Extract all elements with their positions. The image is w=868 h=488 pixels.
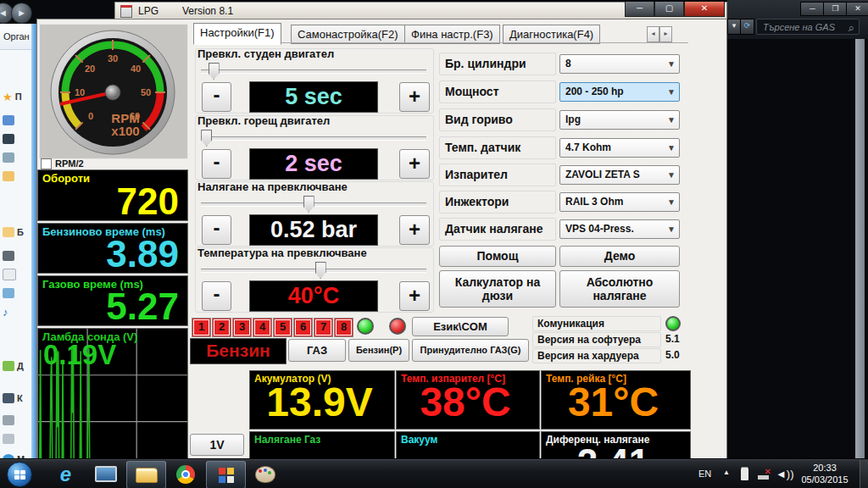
tab-fine-tune[interactable]: Фина настр.(F3) <box>404 25 500 44</box>
taskbar-paint[interactable] <box>246 461 284 487</box>
sidebar-item-folder[interactable] <box>3 169 14 183</box>
taskbar-explorer[interactable] <box>126 461 166 488</box>
explorer-restore-button[interactable]: ❐ <box>823 2 848 16</box>
chevron-down-icon: ▼ <box>667 139 676 157</box>
sidebar-item-music[interactable]: ♪ <box>3 305 8 319</box>
sidebar-item-disk-d[interactable] <box>3 432 14 446</box>
language-indicator[interactable]: EN <box>698 469 711 479</box>
tab-settings[interactable]: Настройки(F1) <box>193 23 281 45</box>
explorer-toolbar: Орган <box>0 24 31 50</box>
network-icon[interactable]: ✕ <box>758 469 769 480</box>
sw-version-label: Версия на софтуера <box>532 332 661 347</box>
svg-text:0: 0 <box>88 111 93 121</box>
sidebar-item-disk-c[interactable] <box>3 413 14 427</box>
sidebar-item-videos[interactable] <box>3 249 14 263</box>
taskbar-ie[interactable]: e <box>47 461 85 487</box>
sidebar-item-documents[interactable] <box>3 268 16 281</box>
libraries-icon <box>3 227 14 237</box>
fuel-type-combo[interactable]: lpg▼ <box>559 110 680 130</box>
temp-sensor-combo[interactable]: 4.7 Kohm▼ <box>559 138 680 158</box>
chevron-down-icon: ▼ <box>667 55 676 73</box>
taskbar: e EN ▲ ✕ ◄)) 20:33 05/03/2015 <box>0 458 868 488</box>
minus-button[interactable]: - <box>202 82 231 112</box>
pressure-sensor-combo[interactable]: VPS 04-Press.▼ <box>559 219 680 239</box>
gas-button[interactable]: ГАЗ <box>288 339 346 362</box>
slider-track[interactable] <box>201 69 426 74</box>
sidebar-item-desktop[interactable] <box>3 132 14 146</box>
window-title: LPG <box>138 5 159 17</box>
taskbar-display-settings[interactable] <box>86 461 125 487</box>
explorer-scrollbar[interactable] <box>855 39 865 458</box>
rpm2-label: RPM/2 <box>55 158 84 169</box>
plus-button[interactable]: + <box>399 215 430 245</box>
plus-button[interactable]: + <box>399 281 430 311</box>
taskbar-lpg-app[interactable] <box>206 461 246 488</box>
slider-thumb[interactable] <box>209 63 220 80</box>
tab-diagnostics[interactable]: Диагностика(F4) <box>503 25 600 44</box>
tab-autotune[interactable]: Самонастройка(F2) <box>291 25 405 44</box>
address-dropdown-button[interactable]: ▾ <box>727 19 741 35</box>
injector-indicator-6: 6 <box>293 318 313 337</box>
sw-version-value: 5.1 <box>665 333 680 345</box>
rpm2-checkbox[interactable] <box>41 158 52 169</box>
maximize-button[interactable]: ▢ <box>654 2 684 17</box>
injector-indicator-2: 2 <box>212 318 231 337</box>
help-button[interactable]: Помощ <box>439 246 556 267</box>
taskbar-chrome[interactable] <box>166 461 204 487</box>
demo-button[interactable]: Демо <box>559 246 680 267</box>
minus-button[interactable]: - <box>202 281 231 311</box>
film-icon <box>3 251 14 261</box>
sidebar-item-favorites[interactable]: ★П <box>3 90 22 103</box>
tray-time: 20:33 <box>797 462 853 474</box>
language-com-button[interactable]: Език\COM <box>412 317 509 336</box>
tab-scroll-left-icon[interactable]: ◂ <box>647 26 659 42</box>
tray-clock[interactable]: 20:33 05/03/2015 <box>797 462 853 485</box>
refresh-button[interactable]: ⟳ <box>740 19 754 35</box>
slider-thumb[interactable] <box>201 130 212 147</box>
one-volt-button[interactable]: 1V <box>190 434 244 456</box>
sidebar-item-computer[interactable]: К <box>3 391 23 405</box>
search-input[interactable]: Търсене на GAS ⌕ <box>756 19 860 35</box>
hw-version-label: Версия на хардуера <box>532 348 661 363</box>
plus-button[interactable]: + <box>399 149 430 179</box>
close-button[interactable]: ✕ <box>684 2 725 17</box>
slider-thumb[interactable] <box>303 196 314 213</box>
petrol-p-button[interactable]: Бензин(P) <box>348 339 409 362</box>
slider-thumb[interactable] <box>315 262 326 279</box>
forced-gas-button[interactable]: Принудително ГАЗ(G) <box>412 339 529 362</box>
start-button[interactable] <box>7 462 32 487</box>
show-hidden-icons[interactable]: ▲ <box>723 469 730 476</box>
sidebar-item-pictures[interactable] <box>3 286 14 300</box>
sidebar-item-homegroup[interactable]: Д <box>3 359 24 373</box>
injector-calc-button[interactable]: Калкулатор на дюзи <box>439 270 556 308</box>
sidebar-item-libraries[interactable]: Б <box>3 225 24 239</box>
minus-button[interactable]: - <box>202 149 231 179</box>
plus-button[interactable]: + <box>399 82 430 112</box>
tab-scroll-right-icon[interactable]: ▸ <box>659 26 672 42</box>
folder-icon <box>3 171 14 181</box>
minimize-button[interactable]: ─ <box>625 2 654 17</box>
forward-button[interactable]: ► <box>11 3 32 24</box>
evaporator-temp-display: Темп. изпарител [°C] 38°C <box>396 370 540 430</box>
show-desktop-button[interactable] <box>860 459 868 488</box>
absolute-pressure-button[interactable]: Абсолютно налягане <box>559 270 680 308</box>
slider-track[interactable] <box>201 136 426 141</box>
chevron-down-icon: ▼ <box>667 111 676 129</box>
volume-icon[interactable]: ◄)) <box>776 468 794 480</box>
organize-menu[interactable]: Орган <box>3 31 30 42</box>
sidebar-item-downloads[interactable] <box>3 114 14 127</box>
power-combo[interactable]: 200 - 250 hp▼ <box>559 82 680 102</box>
slider-track[interactable] <box>201 269 426 273</box>
battery-icon[interactable] <box>741 469 748 480</box>
minus-button[interactable]: - <box>202 215 231 245</box>
search-icon: ⌕ <box>849 19 854 36</box>
sidebar-item-recent[interactable] <box>3 151 14 164</box>
lambda-display: Ламбда сонда (V) 0.19V <box>37 328 188 470</box>
injectors-combo[interactable]: RAIL 3 Ohm▼ <box>559 192 680 212</box>
vaporizer-combo[interactable]: ZAVOLI ZETA S▼ <box>559 165 680 185</box>
cylinders-combo[interactable]: 8▼ <box>559 54 680 74</box>
hot-engine-switch-group: Превкл. горещ двигател - 2 sec + <box>195 115 434 180</box>
explorer-minimize-button[interactable]: ─ <box>800 2 825 16</box>
explorer-close-button[interactable]: ✕ <box>846 2 868 16</box>
svg-text:50: 50 <box>141 87 151 97</box>
